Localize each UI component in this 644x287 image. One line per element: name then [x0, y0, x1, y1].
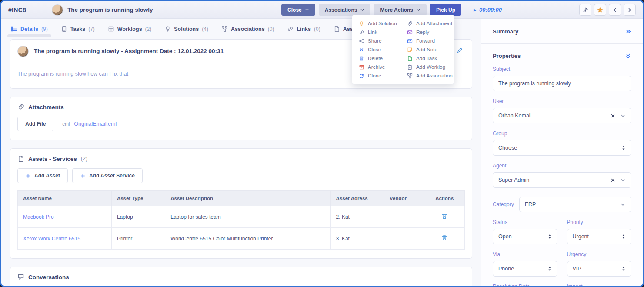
menu-item-clone[interactable]: Clone — [358, 71, 398, 80]
menu-item-label: Add Task — [416, 55, 437, 61]
via-select[interactable]: Phone — [493, 261, 557, 277]
menu-item-share[interactable]: Share — [358, 37, 398, 45]
plus-icon — [80, 173, 86, 179]
asset-type-cell: Printer — [111, 228, 165, 250]
favorite-button[interactable] — [594, 4, 606, 16]
table-row: Macbook Pro Laptop Laptop for sales team… — [18, 206, 465, 228]
column-header: Asset Adress — [330, 191, 384, 206]
menu-item-add-note[interactable]: Add Note — [406, 45, 454, 54]
close-icon — [359, 47, 364, 53]
category-select[interactable]: ERP — [519, 197, 631, 212]
menu-item-label: Link — [368, 29, 377, 35]
add-asset-button[interactable]: Add Asset — [17, 168, 68, 183]
menu-item-label: Add Worklog — [416, 64, 445, 70]
close-button[interactable]: Close — [281, 4, 315, 16]
user-select[interactable]: Orhan Kemal — [493, 108, 631, 123]
next-ticket-button[interactable] — [624, 4, 636, 16]
tab-label: Associations — [231, 26, 265, 32]
delete-asset-button[interactable] — [441, 234, 448, 241]
collapse-properties-button[interactable] — [625, 53, 631, 59]
menu-item-delete[interactable]: Delete — [358, 54, 398, 63]
ticket-id: #INC8 — [8, 7, 52, 13]
attachments-heading: Attachments — [28, 104, 64, 110]
select-stepper-icon — [621, 234, 626, 239]
task-icon — [407, 56, 413, 61]
asset-name-link[interactable]: Macbook Pro — [18, 206, 112, 228]
asset-address-cell: 2. Kat — [330, 206, 384, 228]
share-icon — [359, 38, 364, 44]
menu-item-link[interactable]: Link — [358, 28, 398, 37]
pick-up-button[interactable]: Pick Up — [430, 4, 461, 16]
asset-name-link[interactable]: Xerox Work Centre 6515 — [18, 228, 112, 250]
tab-label: Links — [297, 26, 311, 32]
chevron-down-icon — [305, 8, 309, 12]
timer[interactable]: ▶ 00:00:00 — [474, 7, 502, 13]
plus-icon — [25, 173, 31, 179]
summary-title: Summary — [493, 28, 518, 35]
status-select[interactable]: Open — [493, 229, 557, 244]
menu-item-add-association[interactable]: Add Association — [406, 71, 454, 80]
attachment-file-link[interactable]: OriginalEmail.eml — [74, 121, 117, 127]
archive-icon — [359, 64, 364, 70]
chevron-right-icon — [627, 7, 633, 13]
menu-item-close[interactable]: Close — [358, 45, 398, 54]
menu-item-archive[interactable]: Archive — [358, 63, 398, 71]
menu-item-label: Delete — [368, 55, 383, 61]
add-asset-service-button[interactable]: Add Asset Service — [72, 168, 143, 183]
chevron-down-icon — [620, 202, 626, 207]
previous-ticket-button[interactable] — [609, 4, 621, 16]
delete-asset-button[interactable] — [441, 213, 448, 220]
menu-item-add-solution[interactable]: Add Solution — [358, 19, 398, 28]
pin-button[interactable] — [579, 4, 591, 16]
tab-worklogs[interactable]: Worklogs (2) — [108, 26, 151, 32]
agent-label: Agent — [493, 163, 631, 169]
assets-heading: Assets - Services — [28, 156, 77, 162]
priority-label: Priority — [567, 219, 632, 225]
more-actions-button[interactable]: More Actions — [374, 4, 427, 16]
solution-icon — [359, 21, 364, 27]
urgency-value: VIP — [573, 266, 581, 272]
subject-input[interactable]: The program is running slowly — [493, 76, 631, 91]
requester-avatar — [17, 46, 29, 57]
more-actions-button-label: More Actions — [380, 7, 413, 13]
asset-type-cell: Laptop — [111, 206, 165, 228]
envelope-icon — [407, 38, 413, 44]
menu-item-forward[interactable]: Forward — [406, 37, 454, 45]
associations-button[interactable]: Associations — [319, 4, 371, 16]
resolution-date-label: Resolution Date — [493, 284, 557, 287]
tab-count: (2) — [145, 26, 152, 32]
ticket-card-title: The program is running slowly - Assignme… — [34, 48, 224, 54]
expand-summary-button[interactable] — [625, 28, 631, 35]
chevron-down-icon — [416, 8, 420, 12]
menu-item-add-worklog[interactable]: Add Worklog — [406, 63, 454, 71]
asset-address-cell: 3. Kat — [330, 228, 384, 250]
chevron-down-icon — [620, 177, 626, 183]
clone-icon — [359, 73, 364, 79]
tab-count: (7) — [88, 26, 95, 32]
select-stepper-icon — [621, 145, 626, 150]
impact-label: Impact — [567, 284, 632, 287]
menu-item-add-attachment[interactable]: Add Attachment — [406, 19, 454, 28]
urgency-select[interactable]: VIP — [567, 261, 632, 277]
paperclip-icon — [17, 103, 24, 110]
status-value: Open — [498, 234, 512, 240]
agent-select[interactable]: Super Admin — [493, 172, 631, 188]
tab-solutions[interactable]: Solutions (4) — [164, 26, 208, 32]
pick-up-button-label: Pick Up — [436, 7, 455, 13]
group-select[interactable]: Choose — [493, 140, 631, 156]
clear-icon[interactable] — [610, 177, 616, 183]
conversations-card: Conversations Notes Incoming Email Outgo… — [10, 267, 472, 287]
tab-details[interactable]: Details (9) — [11, 26, 48, 32]
tab-tasks[interactable]: Tasks (7) — [61, 26, 95, 32]
select-stepper-icon — [547, 234, 552, 239]
tab-count: (0) — [314, 26, 320, 32]
clear-icon[interactable] — [610, 113, 616, 119]
priority-select[interactable]: Urgent — [567, 229, 632, 244]
tab-associations[interactable]: Associations (0) — [221, 26, 274, 32]
menu-item-add-task[interactable]: Add Task — [406, 54, 454, 63]
menu-item-label: Add Association — [416, 73, 453, 79]
add-file-button[interactable]: Add File — [17, 117, 53, 131]
tab-links[interactable]: Links (0) — [287, 26, 320, 32]
menu-item-reply[interactable]: Reply — [406, 28, 454, 37]
file-extension-badge: eml — [62, 121, 70, 127]
